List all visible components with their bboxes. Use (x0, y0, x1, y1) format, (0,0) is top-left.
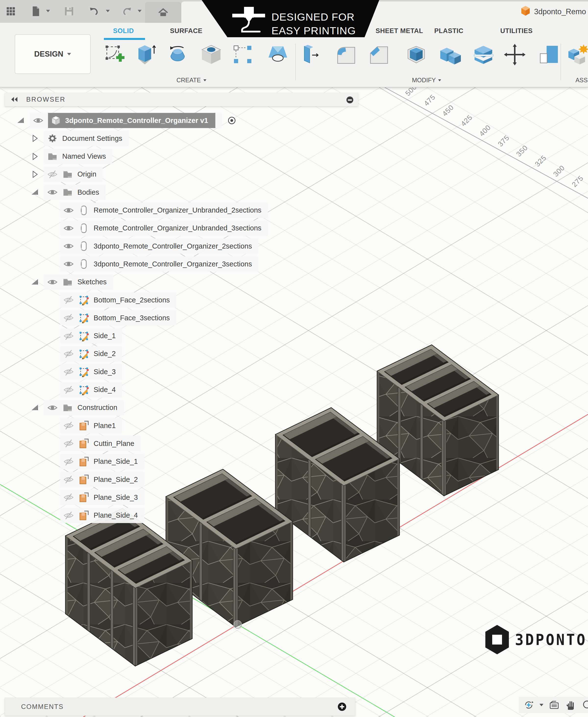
browser-row-bottom-face-2sections[interactable]: Bottom_Face_2sections (60, 292, 176, 308)
browser-row-plane1[interactable]: Plane1 (60, 418, 122, 433)
tool-replace-face[interactable] (537, 42, 561, 67)
file-new-icon[interactable] (30, 5, 42, 17)
tool-chamfer[interactable] (366, 42, 391, 67)
browser-row-plane-side-3[interactable]: Plane_Side_3 (60, 490, 144, 505)
ribbon-tab-utilities[interactable]: UTILITIES (500, 27, 533, 35)
design-menu-button[interactable]: DESIGN (15, 34, 91, 74)
document-name: 3dponto_Remo (534, 7, 586, 16)
tool-extrude[interactable] (134, 42, 159, 67)
eye-off-icon (63, 438, 74, 449)
home-icon (158, 7, 169, 18)
app-grid-icon[interactable] (5, 5, 17, 17)
browser-row-plane-side-1[interactable]: Plane_Side_1 (60, 454, 144, 470)
sketch-icon (78, 385, 89, 395)
eye-off-icon (63, 295, 74, 305)
browser-row-plane-side-4[interactable]: Plane_Side_4 (60, 508, 144, 523)
body-icon (78, 205, 89, 216)
row-label: Bottom_Face_3sections (93, 314, 170, 322)
group-label-modify[interactable]: MODIFY (412, 77, 441, 84)
nav-look-at-icon[interactable] (548, 699, 560, 711)
browser-row-3dponto-remote-controller-organizer-v1[interactable]: 3dponto_Remote_Controller_Organizer v1 (16, 113, 237, 128)
tool-split-body[interactable] (471, 42, 496, 67)
tool-shell[interactable] (404, 42, 428, 67)
ribbon-tab-solid[interactable]: SOLID (113, 27, 134, 35)
row-label: Side_3 (93, 368, 115, 376)
row-label: Side_4 (93, 386, 115, 394)
chamfer-icon (368, 43, 390, 66)
browser-row-cuttin-plane[interactable]: Cuttin_Plane (60, 436, 141, 451)
minimize-panel-icon[interactable] (346, 96, 354, 104)
tool-combine[interactable] (438, 42, 463, 67)
sketch-icon (78, 331, 89, 341)
row-label: Bottom_Face_2sections (93, 296, 170, 304)
group-label-create[interactable]: CREATE (176, 77, 206, 84)
browser-header[interactable]: BROWSER (5, 92, 358, 106)
home-tab[interactable] (145, 2, 181, 23)
tool-revolve[interactable] (165, 42, 190, 67)
browser-row-remote-controller-organizer-unbranded-2sections[interactable]: Remote_Controller_Organizer_Unbranded_2s… (60, 202, 268, 218)
undo-caret-icon[interactable] (106, 10, 110, 12)
browser-row-side-4[interactable]: Side_4 (60, 382, 122, 398)
nav-pan-icon[interactable] (565, 699, 577, 711)
tool-form[interactable] (266, 42, 290, 67)
browser-row-side-1[interactable]: Side_1 (60, 328, 122, 344)
eye-off-icon (63, 510, 74, 521)
sketch-icon (78, 312, 89, 323)
browser-row-named-views[interactable]: Named Views (30, 149, 112, 164)
comments-bar[interactable]: COMMENTS (5, 698, 355, 716)
browser-row-remote-controller-organizer-unbranded-3sections[interactable]: Remote_Controller_Organizer_Unbranded_3s… (60, 220, 268, 236)
tool-new-component[interactable] (566, 42, 588, 67)
ribbon-tab-surface[interactable]: SURFACE (170, 27, 203, 35)
browser-row-sketches[interactable]: Sketches (30, 274, 113, 290)
row-label: Plane_Side_3 (93, 494, 138, 501)
eye-off-icon (63, 474, 74, 485)
nav-orbit-icon[interactable] (523, 699, 534, 711)
nav-orbit-caret-icon[interactable] (540, 704, 543, 706)
browser-row-3dponto-remote-controller-organizer-2sections[interactable]: 3dponto_Remote_Controller_Organizer_2sec… (60, 238, 258, 254)
gear-icon (47, 133, 58, 144)
file-new-icon (30, 6, 41, 17)
redo-caret-icon[interactable] (138, 10, 142, 12)
browser-row-side-3[interactable]: Side_3 (60, 364, 122, 379)
group-label-asse[interactable]: ASSE (575, 77, 588, 84)
file-caret-icon[interactable] (46, 10, 50, 12)
extrude-icon (135, 43, 158, 66)
nav-zoom-icon[interactable] (582, 699, 588, 711)
ribbon-tab-plastic[interactable]: PLASTIC (434, 27, 463, 35)
document-tab[interactable]: 3dponto_Remo (181, 1, 588, 23)
row-label: Remote_Controller_Organizer_Unbranded_2s… (93, 206, 261, 214)
tool-rectangular-pattern[interactable] (231, 42, 255, 67)
tool-hole[interactable] (199, 42, 224, 67)
tool-move-copy[interactable] (503, 42, 527, 67)
redo-icon[interactable] (121, 5, 133, 17)
save-icon[interactable] (63, 5, 75, 17)
tri-open-icon (30, 403, 40, 413)
row-label: Document Settings (62, 134, 122, 143)
eye-off-icon (63, 366, 74, 377)
browser-row-plane-side-2[interactable]: Plane_Side_2 (60, 472, 144, 487)
tool-fillet[interactable] (334, 42, 358, 67)
browser-row-construction[interactable]: Construction (30, 400, 124, 416)
add-comment-icon[interactable] (337, 702, 347, 711)
browser-row-document-settings[interactable]: Document Settings (30, 131, 129, 146)
undo-icon[interactable] (88, 5, 100, 17)
eye-off-icon (63, 456, 74, 467)
tool-press-pull[interactable] (299, 42, 324, 67)
component-icon (50, 115, 61, 126)
browser-row-origin[interactable]: Origin (30, 167, 103, 182)
browser-row-bodies[interactable]: Bodies (30, 184, 106, 200)
browser-row-bottom-face-3sections[interactable]: Bottom_Face_3sections (60, 310, 176, 326)
save-icon (63, 6, 75, 17)
collapse-panel-icon[interactable] (10, 95, 20, 104)
plane-icon (78, 492, 89, 503)
app-grid-icon (5, 6, 16, 17)
browser-row-side-2[interactable]: Side_2 (60, 346, 122, 362)
tri-open-icon (30, 187, 40, 197)
tool-create-sketch[interactable] (102, 42, 127, 67)
split-body-icon (472, 43, 495, 66)
eye-off-icon (63, 331, 74, 341)
row-label: Sketches (78, 278, 107, 286)
browser-row-3dponto-remote-controller-organizer-3sections[interactable]: 3dponto_Remote_Controller_Organizer_3sec… (60, 256, 258, 272)
folder-icon (62, 187, 73, 198)
ribbon-tab-sheet-metal[interactable]: SHEET METAL (376, 27, 423, 35)
